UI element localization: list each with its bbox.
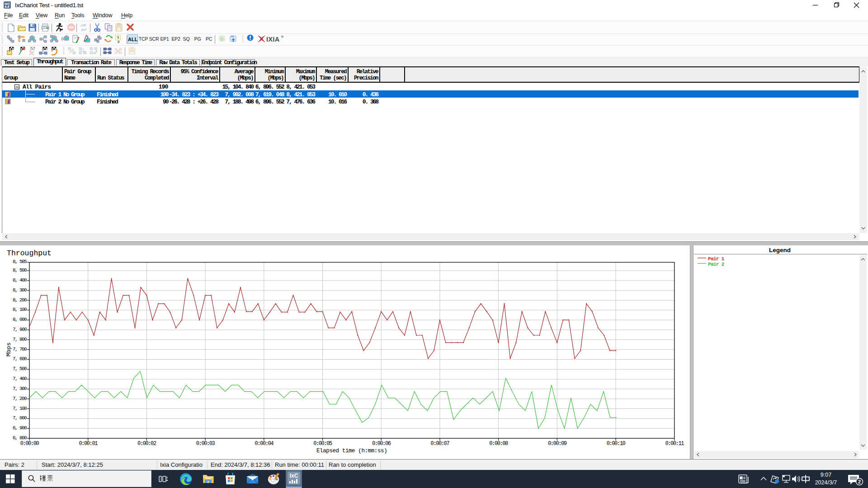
svg-text:2: 2 <box>858 479 861 484</box>
svg-text:1: 1 <box>117 35 119 39</box>
svg-text:IXIA: IXIA <box>266 36 280 43</box>
svg-text:R: R <box>282 36 283 38</box>
svg-text:2: 2 <box>118 40 120 43</box>
svg-text:IxC: IxC <box>5 2 10 6</box>
